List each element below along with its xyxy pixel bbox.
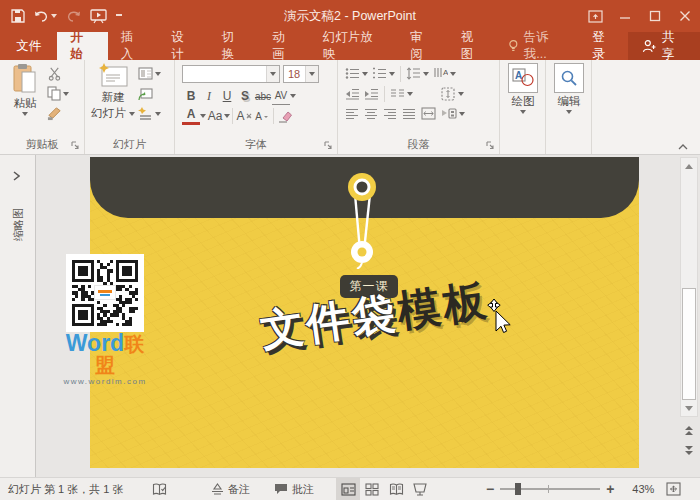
decrease-indent-button[interactable] — [344, 85, 361, 102]
view-slide-sorter-button[interactable] — [360, 478, 384, 500]
align-right-button[interactable] — [382, 105, 398, 122]
next-slide-button[interactable] — [682, 443, 696, 457]
cut-button[interactable] — [46, 65, 70, 82]
underline-button[interactable]: U — [218, 87, 236, 105]
numbering-button[interactable] — [371, 65, 396, 82]
zoom-level[interactable]: 43% — [620, 483, 654, 495]
save-button[interactable] — [11, 9, 25, 23]
vertical-scrollbar[interactable] — [680, 157, 698, 417]
new-slide-button[interactable]: 新建 幻灯片 — [91, 63, 135, 121]
tab-review[interactable]: 审阅 — [397, 32, 448, 60]
scrollbar-thumb[interactable] — [682, 288, 696, 400]
font-name-combo[interactable] — [182, 65, 280, 83]
paste-clipboard-icon — [12, 63, 38, 95]
start-slideshow-button[interactable] — [90, 9, 107, 24]
change-case-button[interactable]: Aa — [206, 107, 224, 125]
columns-button[interactable] — [389, 85, 414, 102]
zoom-out-button[interactable]: − — [486, 482, 494, 496]
fit-window-button[interactable] — [666, 482, 681, 496]
convert-smartart-button[interactable] — [440, 105, 466, 122]
customize-qat-button[interactable] — [116, 14, 122, 18]
lightbulb-icon — [508, 39, 519, 53]
undo-button[interactable] — [34, 10, 57, 23]
font-size-value: 18 — [284, 68, 305, 80]
increase-font-button[interactable]: A — [235, 107, 253, 125]
font-name-dropdown[interactable] — [266, 66, 279, 82]
redo-button[interactable] — [66, 10, 81, 23]
clear-formatting-button[interactable] — [276, 107, 294, 125]
share-button[interactable]: 共享 — [628, 32, 700, 60]
text-direction-button[interactable]: A — [432, 65, 457, 82]
tab-insert[interactable]: 插入 — [108, 32, 159, 60]
reset-icon — [138, 87, 153, 101]
font-color-button[interactable]: A — [182, 107, 200, 125]
change-case-dropdown[interactable] — [224, 114, 230, 118]
bullets-button[interactable] — [344, 65, 369, 82]
undo-dropdown-arrow[interactable] — [51, 14, 57, 18]
spell-check-icon — [152, 483, 167, 496]
section-button[interactable] — [137, 105, 162, 122]
view-normal-button[interactable] — [336, 478, 360, 500]
reset-slide-button[interactable] — [137, 85, 162, 102]
envelope-string-closure[interactable] — [330, 169, 396, 269]
collapse-ribbon-button[interactable] — [678, 143, 688, 150]
slide-layout-button[interactable] — [137, 65, 162, 82]
font-size-dropdown[interactable] — [305, 66, 318, 82]
paste-button[interactable]: 粘贴 — [8, 63, 42, 116]
distribute-button[interactable] — [420, 105, 437, 122]
tab-view[interactable]: 视图 — [448, 32, 499, 60]
view-reading-button[interactable] — [384, 478, 408, 500]
tab-home[interactable]: 开始 — [57, 32, 108, 60]
minimize-button[interactable] — [610, 0, 640, 32]
thumbnails-label: 缩略图 — [10, 208, 25, 241]
ribbon-display-options-button[interactable] — [580, 0, 610, 32]
editing-group-button[interactable]: 编辑 — [551, 63, 587, 114]
comments-button[interactable]: 批注 — [274, 478, 314, 500]
drawing-group-button[interactable]: A 绘图 — [505, 63, 541, 114]
strikethrough-button[interactable]: abc — [254, 87, 272, 105]
font-dialog-launcher[interactable] — [324, 141, 334, 151]
scroll-down-button[interactable] — [682, 401, 696, 415]
paragraph-dialog-launcher[interactable] — [486, 141, 496, 151]
expand-thumbnails-button[interactable] — [12, 171, 20, 181]
clipboard-dialog-launcher[interactable] — [71, 141, 81, 151]
zoom-in-button[interactable]: + — [606, 482, 614, 496]
tab-animations[interactable]: 动画 — [259, 32, 310, 60]
thumbnail-pane-collapsed[interactable]: 缩略图 — [0, 155, 36, 477]
brand-logo[interactable]: Word联盟 www.wordlm.com — [62, 332, 148, 386]
justify-button[interactable] — [401, 105, 417, 122]
copy-button[interactable] — [46, 85, 70, 102]
italic-button[interactable]: I — [200, 87, 218, 105]
qr-code[interactable] — [66, 254, 144, 332]
decrease-font-button[interactable]: A — [253, 107, 271, 125]
tab-transitions[interactable]: 切换 — [209, 32, 260, 60]
maximize-button[interactable] — [640, 0, 670, 32]
increase-indent-button[interactable] — [363, 85, 380, 102]
line-spacing-button[interactable] — [405, 65, 430, 82]
font-size-combo[interactable]: 18 — [283, 65, 319, 83]
character-spacing-button[interactable]: AV — [272, 87, 290, 105]
zoom-slider[interactable] — [500, 488, 600, 490]
notes-button[interactable]: 备注 — [211, 478, 250, 500]
tab-slideshow[interactable]: 幻灯片放映 — [310, 32, 397, 60]
columns-dropdown — [407, 92, 413, 96]
text-shadow-button[interactable]: S — [236, 87, 254, 105]
sign-in-button[interactable]: 登录 — [580, 32, 628, 60]
bold-button[interactable]: B — [182, 87, 200, 105]
align-left-button[interactable] — [344, 105, 360, 122]
tab-file[interactable]: 文件 — [0, 32, 57, 60]
format-painter-button[interactable] — [46, 105, 70, 122]
previous-slide-button[interactable] — [682, 423, 696, 437]
scroll-up-button[interactable] — [682, 159, 696, 173]
layout-dropdown-arrow — [155, 72, 161, 76]
zoom-slider-thumb[interactable] — [515, 483, 521, 495]
tell-me-box[interactable]: 告诉我... — [498, 32, 580, 60]
view-slideshow-button[interactable] — [408, 478, 432, 500]
close-button[interactable] — [670, 0, 700, 32]
spell-check-button[interactable] — [152, 478, 167, 500]
character-spacing-dropdown[interactable] — [290, 94, 296, 98]
tab-design[interactable]: 设计 — [158, 32, 209, 60]
align-center-button[interactable] — [363, 105, 379, 122]
align-text-button[interactable] — [440, 85, 465, 102]
title-bar: 演示文稿2 - PowerPoint — [0, 0, 700, 32]
